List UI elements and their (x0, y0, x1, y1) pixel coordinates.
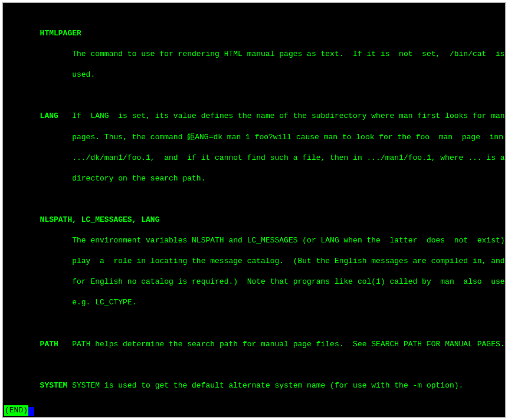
env-htmlpager-name: HTMLPAGER (40, 29, 81, 38)
env-path-name: PATH (40, 340, 58, 349)
env-system-desc: SYSTEM is used to get the default altern… (72, 381, 463, 390)
env-path-desc: PATH helps determine the search path for… (72, 340, 504, 349)
pager-end-marker: (END) (4, 405, 28, 416)
env-lang-desc2: pages. Thus, the command 鉅ANG=dk man 1 f… (72, 133, 503, 142)
terminal-window[interactable]: HTMLPAGER The command to use for renderi… (2, 2, 506, 418)
env-nlspath-desc3: for English no catalog is required.) Not… (72, 277, 504, 286)
env-htmlpager-desc2: used. (72, 70, 95, 79)
env-system-name: SYSTEM (40, 381, 68, 390)
cursor (28, 407, 34, 416)
env-htmlpager-desc1: The command to use for rendering HTML ma… (72, 50, 504, 58)
env-lang-desc4: directory on the search path. (72, 174, 205, 183)
env-nlspath-desc4: e.g. LC_CTYPE. (72, 298, 136, 307)
env-nlspath-desc2: play a role in locating the message cata… (72, 257, 504, 265)
env-lang-name: LANG (40, 111, 58, 120)
man-page-content: HTMLPAGER The command to use for renderi… (5, 18, 503, 418)
env-lang-desc1: If LANG is set, its value defines the na… (72, 111, 504, 120)
env-lang-desc3: .../dk/man1/foo.1, and if it cannot find… (72, 153, 504, 162)
env-nlspath-desc1: The environment variables NLSPATH and LC… (72, 236, 504, 245)
env-nlspath-name: NLSPATH, LC_MESSAGES, LANG (40, 215, 160, 224)
pager-status-bar[interactable]: (END) (4, 405, 504, 416)
